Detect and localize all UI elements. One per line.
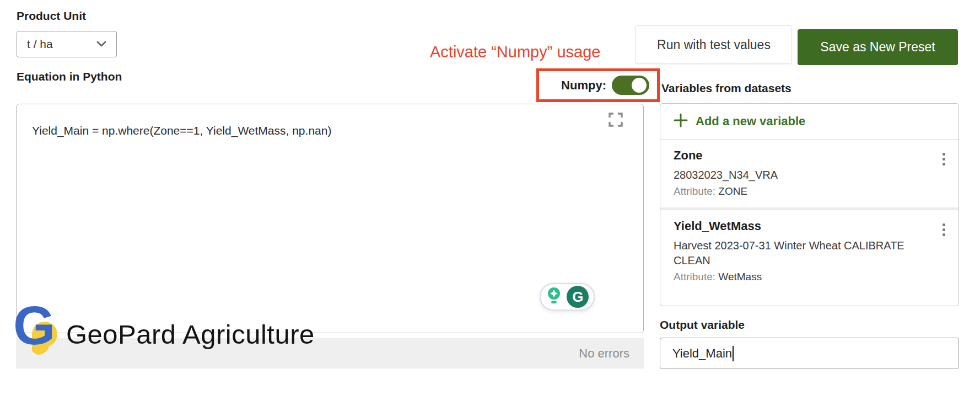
variable-card-zone: Zone 28032023_N34_VRA Attribute: ZONE — [660, 140, 959, 207]
output-variable-input[interactable]: Yield_Main — [660, 338, 959, 369]
variable-dataset: Harvest 2023-07-31 Winter Wheat CALIBRAT… — [674, 238, 925, 268]
text-caret — [733, 346, 734, 361]
product-unit-label: Product Unit — [17, 9, 86, 23]
chevron-down-icon — [96, 39, 106, 49]
run-with-test-values-button[interactable]: Run with test values — [636, 25, 792, 64]
kebab-menu-icon[interactable] — [940, 221, 947, 238]
toggle-knob — [632, 78, 647, 93]
attribute-label: Attribute: — [674, 185, 715, 197]
svg-text:G: G — [15, 298, 55, 356]
add-variable-button[interactable]: Add a new variable — [660, 104, 959, 139]
variables-panel-title: Variables from datasets — [661, 82, 791, 95]
status-text: No errors — [579, 346, 629, 361]
attribute-label: Attribute: — [674, 271, 715, 282]
variables-panel: Add a new variable Zone 28032023_N34_VRA… — [660, 103, 959, 306]
geopard-logo-text: GeoPard Agriculture — [66, 319, 315, 350]
variable-name: Yield_WetMass — [674, 219, 925, 233]
save-as-new-preset-button[interactable]: Save as New Preset — [798, 29, 958, 65]
geopard-logo: G GeoPard Agriculture — [15, 298, 315, 361]
grammarly-icon[interactable]: G — [567, 286, 589, 308]
variable-name: Zone — [674, 148, 925, 163]
product-unit-select[interactable]: t / ha — [17, 31, 117, 57]
variable-attribute: Attribute: ZONE — [674, 185, 925, 198]
product-unit-value: t / ha — [27, 38, 53, 51]
equation-code[interactable]: Yield_Main = np.where(Zone==1, Yield_Wet… — [32, 124, 331, 137]
fullscreen-icon[interactable] — [608, 112, 623, 130]
equation-builder-screen: Product Unit t / ha Activate “Numpy” usa… — [0, 0, 980, 395]
numpy-toggle[interactable] — [612, 76, 649, 95]
attribute-value: WetMass — [718, 271, 762, 282]
plus-icon — [674, 113, 688, 130]
variable-attribute: Attribute: WetMass — [674, 271, 925, 283]
add-variable-label: Add a new variable — [696, 114, 805, 129]
variable-card-yield-wetmass: Yield_WetMass Harvest 2023-07-31 Winter … — [660, 210, 959, 293]
equation-label: Equation in Python — [17, 70, 122, 83]
annotation-text: Activate “Numpy” usage — [430, 43, 600, 61]
output-variable-label: Output variable — [660, 318, 745, 332]
attribute-value: ZONE — [718, 185, 747, 197]
numpy-toggle-label: Numpy: — [561, 78, 606, 93]
lightbulb-icon[interactable] — [546, 286, 562, 307]
output-variable-value: Yield_Main — [672, 346, 732, 361]
annotation-highlight-box: Numpy: — [536, 68, 660, 102]
variable-dataset: 28032023_N34_VRA — [674, 168, 925, 183]
kebab-menu-icon[interactable] — [940, 151, 947, 168]
geopard-logo-icon: G — [15, 298, 60, 361]
grammarly-widget[interactable]: G — [540, 283, 595, 311]
